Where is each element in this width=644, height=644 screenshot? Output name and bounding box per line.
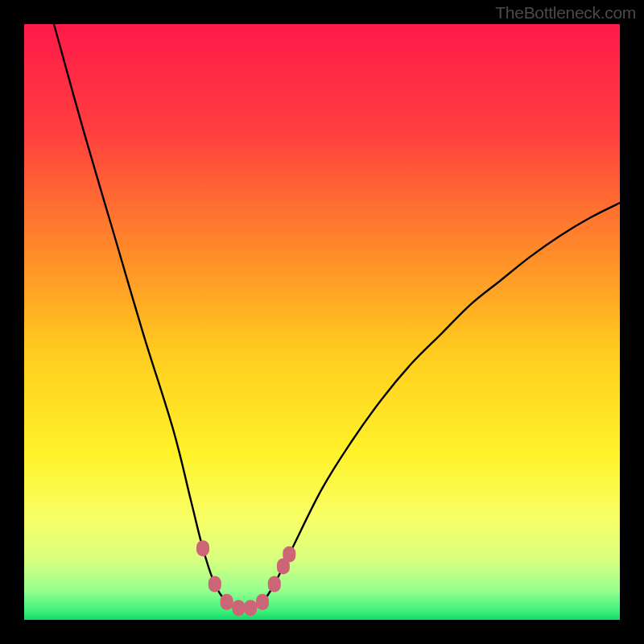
chart-frame bbox=[24, 24, 620, 620]
highlight-marker bbox=[232, 600, 245, 616]
highlight-marker bbox=[256, 594, 269, 610]
highlight-marker bbox=[196, 540, 209, 556]
highlight-marker bbox=[244, 600, 257, 616]
highlight-marker bbox=[268, 576, 281, 592]
highlight-markers bbox=[196, 540, 295, 616]
curve-layer bbox=[24, 24, 620, 620]
bottleneck-curve bbox=[54, 24, 620, 609]
highlight-marker bbox=[283, 547, 295, 563]
highlight-marker bbox=[221, 594, 233, 610]
watermark-text: TheBottleneck.com bbox=[495, 3, 636, 23]
highlight-marker bbox=[208, 576, 221, 592]
